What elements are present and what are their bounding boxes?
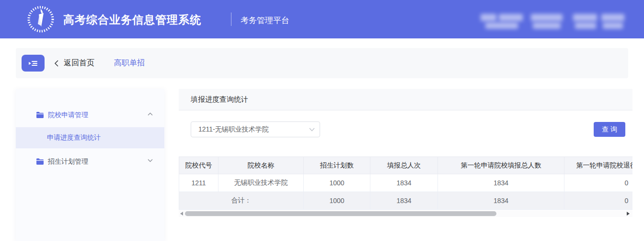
app-logo-icon — [26, 5, 55, 34]
sidebar-item-progress-query-stats[interactable]: 申请进度查询统计 — [16, 127, 164, 148]
folder-icon — [36, 158, 44, 165]
chevron-down-icon — [309, 128, 315, 132]
sidebar-group-label: 招生计划管理 — [48, 157, 88, 166]
school-select-value: 1211-无锡职业技术学院 — [198, 125, 269, 134]
cell-total-plan-count: 1000 — [304, 192, 370, 210]
school-select[interactable]: 1211-无锡职业技术学院 — [191, 121, 320, 137]
table-total-row: 合计： 1000 1834 1834 0 — [179, 192, 633, 210]
col-plan-count: 招生计划数 — [304, 157, 370, 174]
progress-stats-table: 院校代号 院校名称 招生计划数 填报总人次 第一轮申请院校填报总人数 第一轮申请… — [179, 157, 632, 210]
table-row: 1211 无锡职业技术学院 1000 1834 1834 0 — [179, 174, 633, 192]
cell-first-round-veteran: 0 — [564, 174, 633, 192]
back-home-link[interactable]: 返回首页 — [54, 48, 94, 78]
app-header: 高考综合业务信息管理系统 考务管理平台 — [0, 0, 644, 38]
horizontal-scrollbar — [179, 210, 632, 217]
panel-title-bar: 填报进度查询统计 — [179, 89, 632, 110]
fold-menu-icon — [28, 60, 38, 67]
query-button[interactable]: 查 询 — [594, 122, 625, 137]
scrollbar-thumb[interactable] — [185, 211, 496, 216]
platform-title: 考务管理平台 — [241, 15, 289, 26]
chevron-left-icon — [54, 60, 59, 67]
main-panel: 填报进度查询统计 1211-无锡职业技术学院 查 询 院校代号 院校名称 招生计… — [179, 89, 632, 241]
chevron-down-icon — [148, 159, 153, 162]
sidebar: 院校申请管理 申请进度查询统计 招生计划管理 — [16, 89, 164, 241]
col-total-applications: 填报总人次 — [370, 157, 438, 174]
sidebar-group-enrollment-plan[interactable]: 招生计划管理 — [16, 153, 164, 171]
scroll-left-arrow-icon[interactable] — [180, 212, 183, 216]
cell-first-round-total: 1834 — [438, 174, 564, 192]
sidebar-group-college-application[interactable]: 院校申请管理 — [16, 106, 164, 124]
cell-total-label: 合计： — [179, 192, 304, 210]
sidebar-group-label: 院校申请管理 — [48, 111, 88, 120]
cell-college-code: 1211 — [179, 174, 218, 192]
sidebar-item-label: 申请进度查询统计 — [47, 133, 101, 142]
cell-plan-count: 1000 — [304, 174, 370, 192]
cell-total-veteran: 0 — [564, 192, 633, 210]
col-college-code: 院校代号 — [179, 157, 218, 174]
back-home-label: 返回首页 — [64, 58, 94, 68]
cell-college-name: 无锡职业技术学院 — [218, 174, 304, 192]
system-title: 高考综合业务信息管理系统 — [63, 12, 201, 27]
page: 高考综合业务信息管理系统 考务管理平台 — [0, 0, 644, 241]
chevron-up-icon — [148, 112, 153, 116]
scroll-right-arrow-icon[interactable] — [627, 212, 630, 216]
title-divider — [231, 12, 231, 26]
col-first-round-veteran: 第一轮申请院校退役士兵填报人数 — [564, 157, 633, 174]
panel-title: 填报进度查询统计 — [191, 95, 248, 104]
cell-total-applications: 1834 — [370, 192, 438, 210]
table-header-row: 院校代号 院校名称 招生计划数 填报总人次 第一轮申请院校填报总人数 第一轮申请… — [179, 157, 633, 174]
folder-icon — [36, 111, 44, 119]
tab-gaozhi-danzhao[interactable]: 高职单招 — [114, 48, 145, 78]
col-college-name: 院校名称 — [218, 157, 304, 174]
navbar: 返回首页 高职单招 — [16, 48, 628, 78]
col-first-round-total: 第一轮申请院校填报总人数 — [438, 157, 564, 174]
cell-total-first-round: 1834 — [438, 192, 564, 210]
cell-total-applications: 1834 — [370, 174, 438, 192]
fold-menu-button[interactable] — [22, 55, 45, 72]
